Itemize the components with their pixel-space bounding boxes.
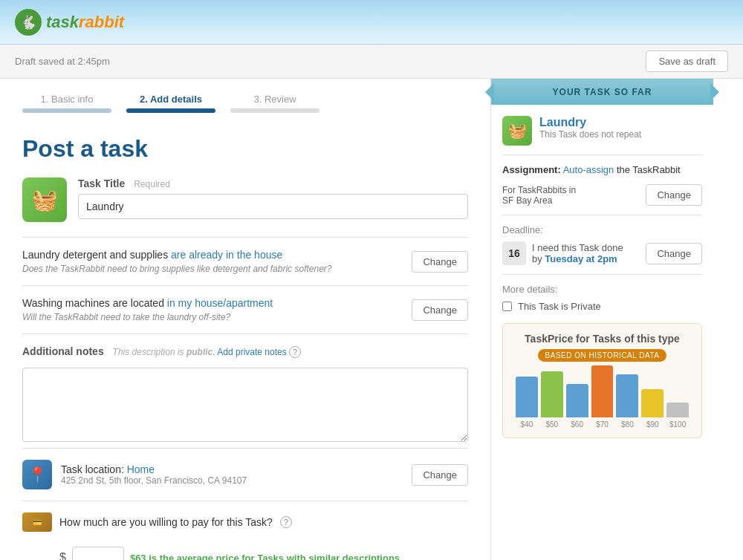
washing-change-button[interactable]: Change (412, 299, 468, 321)
chart-bar (591, 365, 614, 417)
step-1-label: 1. Basic info (41, 94, 94, 105)
bar-group: $90 (641, 389, 663, 429)
for-location-row: For TaskRabbits inSF Bay Area Change (502, 184, 702, 206)
bar-label: $70 (596, 420, 609, 429)
deadline-section: Deadline: 16 I need this Task doneby Tue… (502, 224, 702, 265)
bar-group: $80 (616, 374, 638, 429)
deadline-highlight: Tuesday at 2pm (545, 253, 617, 264)
notes-help-icon[interactable]: ? (289, 346, 301, 358)
card-icon: 💳 (22, 512, 52, 532)
task-icon: 🧺 (22, 178, 67, 222)
private-task-label: This Task is Private (518, 301, 601, 312)
more-details-label: More details: (502, 284, 702, 295)
washing-highlight: in my house/apartment (167, 297, 273, 309)
step-2-bar (126, 108, 215, 113)
step-add-details[interactable]: 2. Add details (126, 94, 215, 113)
step-1-bar (22, 108, 111, 113)
bar-group: $50 (541, 371, 563, 429)
washing-row: Washing machines are located in my house… (22, 285, 468, 333)
bar-group: $100 (666, 403, 689, 429)
location-row: 📍 Task location: Home 425 2nd St, 5th fl… (22, 448, 468, 501)
supplies-title: Laundry detergent and supplies are alrea… (22, 249, 400, 261)
payment-input-row: $ $63 is the average price for Tasks wit… (22, 543, 468, 560)
supplies-subtitle: Does the TaskRabbit need to bring suppli… (22, 264, 400, 274)
location-title: Task location: Home (61, 463, 400, 475)
add-private-notes-link[interactable]: Add private notes (217, 347, 286, 357)
for-location-text: For TaskRabbits inSF Bay Area (502, 185, 576, 206)
task-price-title: TaskPrice for Tasks of this type (512, 333, 692, 345)
notes-textarea[interactable] (22, 368, 468, 442)
historical-badge: BASED ON HISTORICAL DATA (538, 349, 667, 362)
calendar-icon: 16 (502, 241, 526, 265)
chart-bar (641, 389, 663, 417)
location-info: Task location: Home 425 2nd St, 5th floo… (61, 463, 400, 486)
notes-label: Additional notes This description is pub… (22, 345, 468, 358)
chart-bar (616, 374, 638, 417)
location-highlight: Home (127, 463, 155, 475)
location-change-button[interactable]: Change (412, 464, 468, 486)
app-header: 🐇 taskrabbit (0, 0, 743, 45)
logo-task: task (46, 13, 79, 32)
assignment-label: Assignment: (502, 164, 561, 175)
washing-title: Washing machines are located in my house… (22, 297, 400, 309)
right-sidebar: YOUR TASK SO FAR 🧺 Laundry This Task doe… (490, 79, 713, 560)
step-review[interactable]: 3. Review (230, 94, 319, 113)
sidebar-ribbon: YOUR TASK SO FAR (491, 79, 713, 105)
deadline-change-button[interactable]: Change (646, 243, 702, 264)
bar-label: $100 (669, 420, 686, 429)
bar-label: $90 (646, 420, 659, 429)
app: 🐇 taskrabbit Draft saved at 2:45pm Save … (0, 0, 743, 560)
sidebar-divider-2 (502, 215, 702, 215)
bar-group: $40 (516, 377, 538, 429)
private-task-checkbox[interactable] (502, 302, 512, 311)
task-title-field: Task Title Required (78, 178, 468, 219)
supplies-row: Laundry detergent and supplies are alrea… (22, 237, 468, 285)
sidebar-divider-1 (502, 154, 702, 155)
bar-label: $40 (521, 420, 533, 429)
main-content: 1. Basic info 2. Add details 3. Review P… (0, 79, 490, 560)
notes-sublabel: This description is public. Add private … (113, 347, 301, 357)
assignment-suffix: the TaskRabbit (617, 164, 681, 175)
bar-group: $60 (566, 384, 588, 429)
location-address: 425 2nd St, 5th floor, San Francisco, CA… (61, 475, 400, 486)
dollar-sign: $ (59, 551, 66, 560)
task-title-section: 🧺 Task Title Required (22, 178, 468, 222)
task-summary-header: 🧺 Laundry This Task does not repeat (502, 116, 702, 146)
step-3-label: 3. Review (253, 94, 296, 105)
sidebar-content: 🧺 Laundry This Task does not repeat Assi… (491, 116, 713, 449)
washing-subtitle: Will the TaskRabbit need to take the lau… (22, 312, 400, 322)
chart-bar (566, 384, 588, 417)
save-draft-button[interactable]: Save as draft (646, 51, 728, 72)
step-basic-info[interactable]: 1. Basic info (22, 94, 111, 113)
task-summary-repeat: This Task does not repeat (539, 129, 641, 140)
draft-saved-text: Draft saved at 2:45pm (15, 56, 110, 67)
payment-label: How much are you willing to pay for this… (59, 516, 273, 528)
draft-bar: Draft saved at 2:45pm Save as draft (0, 45, 743, 79)
logo-icon: 🐇 (15, 9, 42, 36)
supplies-highlight: are already in the house (171, 249, 282, 261)
task-summary-name: Laundry (539, 116, 641, 129)
chart-bar (666, 403, 689, 417)
avg-price-text: $63 is the average price for Tasks with … (130, 553, 400, 561)
assignment-row: Assignment: Auto-assign the TaskRabbit (502, 164, 702, 175)
location-icon: 📍 (22, 460, 52, 489)
page-title: Post a task (22, 135, 468, 163)
task-summary-icon: 🧺 (502, 116, 532, 146)
deadline-row: 16 I need this Task doneby Tuesday at 2p… (502, 241, 702, 265)
payment-amount-input[interactable] (72, 547, 124, 560)
task-title-input[interactable] (78, 194, 468, 219)
deadline-label: Deadline: (502, 224, 702, 235)
payment-help-icon[interactable]: ? (280, 516, 292, 528)
notes-section: Additional notes This description is pub… (22, 333, 468, 444)
sidebar-divider-3 (502, 274, 702, 275)
auto-assign-link[interactable]: Auto-assign (563, 164, 614, 175)
sidebar-title: YOUR TASK SO FAR (553, 87, 652, 97)
more-details-section: More details: This Task is Private (502, 284, 702, 312)
bar-group: $70 (591, 365, 614, 429)
logo[interactable]: 🐇 taskrabbit (15, 9, 124, 36)
payment-row: 💳 How much are you willing to pay for th… (22, 501, 468, 543)
supplies-change-button[interactable]: Change (412, 251, 468, 273)
bar-label: $80 (621, 420, 634, 429)
assignment-change-button[interactable]: Change (646, 184, 702, 206)
task-title-label: Task Title Required (78, 178, 468, 189)
